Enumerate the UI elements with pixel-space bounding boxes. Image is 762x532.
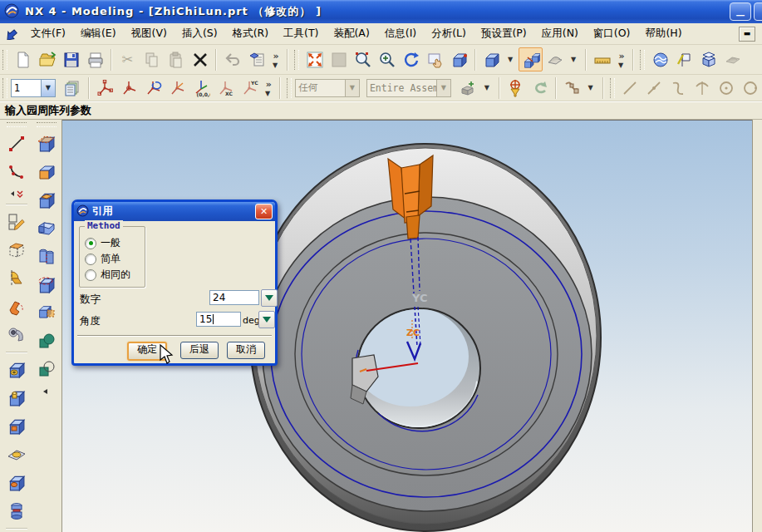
toolbar-collapse-controls[interactable] [3,187,30,200]
menu-application[interactable]: 应用(N) [534,24,586,43]
menu-help[interactable]: 帮助(H) [637,24,689,43]
toolbar-expand-chevron[interactable]: »▼ [268,47,283,71]
sketch-icon[interactable] [3,209,30,235]
new-icon[interactable] [11,47,35,71]
menu-edit[interactable]: 编辑(E) [73,24,124,43]
general-selection-icon[interactable] [456,76,480,100]
rib-icon[interactable] [33,244,60,270]
angle-unit-label: deg [243,315,260,326]
radio-icon[interactable] [85,254,96,265]
datum-plane-icon[interactable] [33,131,60,157]
layer-combobox[interactable]: 1 ▼ [11,79,56,97]
perspective-icon[interactable] [447,47,471,71]
orient-view-dropdown[interactable]: ▼ [504,47,519,71]
groove-icon[interactable] [3,498,30,525]
subtract-icon[interactable] [33,357,60,383]
general-selection-dropdown[interactable]: ▼ [480,76,495,100]
sweep-icon[interactable] [3,293,30,320]
menu-insert[interactable]: 插入(S) [175,24,225,43]
method-option-simple[interactable]: 简单 [85,252,120,266]
menu-information[interactable]: 信息(I) [377,24,424,43]
curve-analysis-icon[interactable] [672,47,696,71]
wcs-display-xc-icon[interactable]: XC [213,76,237,100]
maximize-button[interactable] [754,2,762,21]
tube-icon[interactable] [3,322,30,348]
rendering-style-dropdown[interactable]: ▼ [567,47,582,71]
menu-view[interactable]: 视图(V) [124,24,175,43]
unite-icon[interactable] [33,328,60,355]
revolve-icon[interactable] [3,265,30,292]
pan-icon[interactable] [423,47,447,71]
trim-body-icon[interactable] [33,272,60,298]
emboss-icon[interactable] [3,441,30,468]
measure-expand-chevron[interactable]: »▼ [614,47,629,71]
chain-curves-icon[interactable] [560,76,584,100]
extrude-icon[interactable] [3,237,30,264]
wcs-origin-icon[interactable] [117,76,141,100]
radio-selected-icon[interactable] [85,238,96,249]
wcs-rotate-icon[interactable] [141,76,165,100]
form-feature-toolbar-column [32,120,61,399]
fit-view-icon[interactable] [302,47,327,71]
view-history-icon[interactable] [244,47,268,71]
menu-file[interactable]: 文件(F) [23,24,73,43]
measure-icon[interactable] [590,47,614,71]
menu-window[interactable]: 窗口(O) [586,24,638,43]
dialog-title-bar[interactable]: 引用 ✕ [74,202,275,221]
method-option-identical[interactable]: 相同的 [85,268,130,282]
number-input[interactable]: 24 [209,290,259,305]
snap-point-icon[interactable] [504,76,528,100]
standard-toolbar: ✂ »▼ ▼ ▼ »▼ [0,45,762,75]
minimize-button[interactable]: — [730,2,751,21]
layer-settings-icon[interactable] [61,76,85,100]
through-hole-icon[interactable] [3,470,30,496]
cancel-button[interactable]: 取消 [227,342,265,359]
orient-view-icon[interactable] [479,47,504,71]
line-point-curve-icon [642,76,666,100]
block-icon[interactable] [33,159,60,185]
reset-selection-icon [528,76,552,100]
menu-analysis[interactable]: 分析(L) [424,24,474,43]
dialog-close-button[interactable]: ✕ [255,204,273,219]
wcs-orient-icon[interactable] [165,76,189,100]
menu-assemblies[interactable]: 装配(A) [326,24,376,43]
zoom-in-out-icon[interactable] [375,47,399,71]
radio-icon[interactable] [85,269,96,281]
menu-preferences[interactable]: 预设置(P) [474,24,534,43]
mdi-minimize-button[interactable]: ▬ [739,27,755,42]
rotate-view-icon[interactable] [399,47,423,71]
layer-combo-arrow[interactable]: ▼ [41,80,55,96]
zoom-icon[interactable] [351,47,375,71]
snap-view-icon[interactable] [519,47,543,71]
rendering-style-icon[interactable] [543,47,567,71]
angle-input[interactable]: 15 [196,312,241,327]
delete-icon[interactable] [188,47,212,71]
face-analysis-icon[interactable] [648,47,672,71]
step-icon[interactable] [33,215,60,242]
wcs-display-yc-icon[interactable]: YC [237,76,261,100]
split-body-icon[interactable] [33,300,60,327]
number-options-button[interactable] [261,289,278,307]
back-button[interactable]: 后退 [180,342,219,359]
wcs-expand-chevron[interactable]: »▼ [261,76,276,100]
section-view-icon[interactable] [696,47,720,71]
boss-icon[interactable] [3,385,30,411]
line-icon[interactable] [3,131,30,157]
save-icon[interactable] [59,47,83,71]
menu-tools[interactable]: 工具(T) [276,24,326,43]
angle-options-button[interactable] [258,311,275,328]
wcs-dynamics-icon[interactable] [93,76,117,100]
print-icon[interactable] [83,47,107,71]
pocket-icon[interactable] [3,413,30,440]
menu-format[interactable]: 格式(R) [225,24,276,43]
hole-icon[interactable] [3,357,30,383]
arc-icon[interactable] [3,159,30,185]
chain-curves-dropdown[interactable]: ▼ [584,76,599,100]
wcs-set-origin-icon[interactable]: (0,0,0) [189,76,213,100]
open-icon[interactable] [35,47,59,71]
column-collapse-arrow[interactable] [33,385,60,398]
method-option-general[interactable]: 一般 [85,236,120,250]
ok-button[interactable]: 确定 [127,342,167,361]
circle-curve-icon [738,76,762,100]
pad-icon[interactable] [33,187,60,214]
